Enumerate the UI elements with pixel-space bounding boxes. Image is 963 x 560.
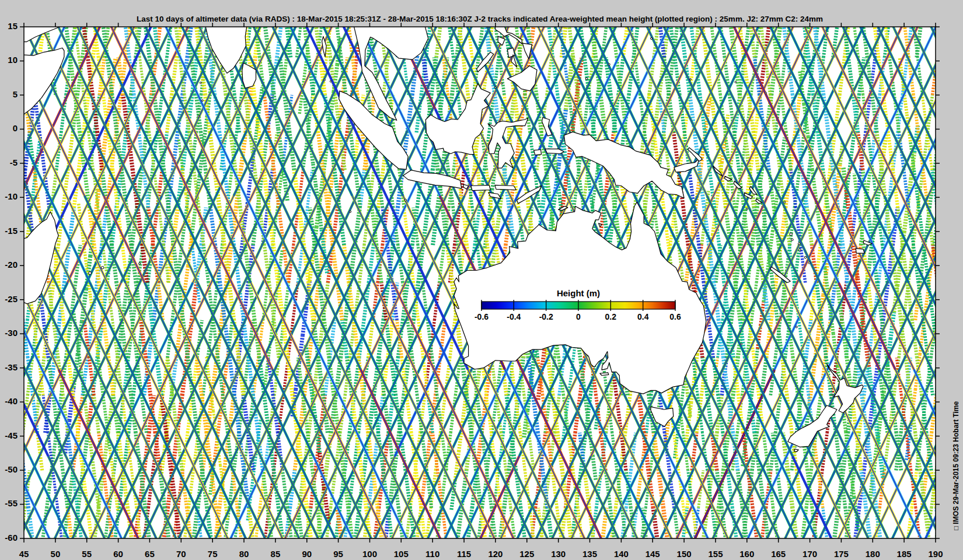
y-tick-label: -60: [5, 533, 18, 542]
y-tick-label: -35: [5, 362, 18, 372]
island-dot: [585, 78, 588, 80]
x-tick-label: 80: [239, 549, 249, 559]
x-tick-label: 45: [19, 549, 29, 559]
island-dot: [790, 233, 792, 235]
island-dot: [651, 37, 653, 39]
x-tick-label: 70: [176, 549, 186, 559]
colorbar-tick-label: 0.2: [605, 312, 617, 321]
colorbar-tick-label: 0.4: [637, 312, 649, 321]
island-dot: [198, 116, 200, 117]
island-dot: [404, 199, 406, 201]
x-tick-label: 160: [739, 549, 754, 559]
x-tick-label: 105: [394, 549, 409, 559]
x-tick-label: 175: [834, 549, 849, 559]
colorbar-title: Height (m): [557, 288, 600, 298]
y-tick-label: -25: [5, 294, 18, 304]
coastline-flores: [495, 185, 517, 190]
island-dot: [89, 272, 92, 275]
x-tick-label: 95: [333, 549, 343, 559]
colorbar-tick-label: -0.6: [474, 312, 489, 321]
island-dot: [804, 256, 807, 258]
colorbar-tick-label: -0.4: [507, 312, 521, 321]
colorbar-tick-label: -0.2: [539, 312, 553, 321]
island-dot: [765, 92, 767, 94]
y-tick-label: -40: [5, 396, 18, 406]
island-dot: [330, 80, 332, 82]
x-tick-label: 185: [897, 549, 912, 559]
island-dot: [690, 79, 692, 80]
island-dot: [791, 239, 794, 241]
x-tick-label: 140: [614, 549, 629, 559]
x-tick-label: 60: [113, 549, 123, 559]
colorbar-tick-label: 0: [576, 312, 581, 321]
y-tick-label: -20: [5, 260, 18, 270]
y-tick-label: 0: [13, 123, 18, 133]
y-tick-label: -50: [5, 464, 18, 474]
x-tick-label: 180: [866, 549, 880, 559]
colorbar-tick-label: 0.6: [669, 312, 681, 321]
x-tick-label: 110: [425, 549, 439, 559]
y-tick-label: -5: [10, 158, 18, 167]
x-tick-label: 65: [145, 549, 155, 559]
island-dot: [741, 343, 742, 345]
x-tick-label: 90: [302, 549, 312, 559]
coastline-buru: [534, 150, 542, 155]
x-tick-label: 115: [457, 549, 471, 559]
island-dot: [501, 83, 503, 85]
y-tick-label: -15: [5, 226, 18, 236]
x-tick-label: 150: [677, 549, 692, 559]
island-dot: [735, 81, 737, 83]
island-dot: [784, 201, 786, 203]
x-tick-label: 155: [708, 549, 723, 559]
x-tick-label: 170: [802, 549, 817, 559]
island-dot: [799, 249, 801, 251]
y-tick-label: -45: [5, 430, 18, 440]
island-dot: [324, 79, 326, 81]
x-tick-label: 145: [646, 549, 660, 559]
x-tick-label: 125: [519, 549, 534, 559]
x-tick-label: 165: [771, 549, 786, 559]
y-tick-label: -30: [5, 328, 18, 338]
plot-title: Last 10 days of altimeter data (via RADS…: [137, 15, 823, 23]
coastline-kangaroo: [600, 373, 609, 376]
island-dot: [746, 208, 748, 210]
coastline-vitilevu: [856, 249, 864, 253]
x-tick-label: 130: [551, 549, 566, 559]
x-tick-label: 100: [362, 549, 377, 559]
x-tick-label: 135: [582, 549, 597, 559]
y-tick-label: 10: [8, 55, 18, 65]
island-dot: [795, 326, 797, 328]
altimeter-map: 4550556065707580859095100105110115120125…: [0, 0, 963, 560]
timestamp-note: □ IMOS 29-Mar-2015 09:23 Hobart Time: [952, 401, 960, 530]
y-tick-label: 15: [8, 21, 18, 31]
x-tick-label: 85: [271, 549, 281, 559]
island-dot: [350, 211, 351, 212]
island-dot: [495, 87, 497, 89]
y-tick-label: -55: [5, 498, 18, 508]
x-tick-label: 75: [208, 549, 218, 559]
island-dot: [609, 64, 610, 65]
x-tick-label: 120: [488, 549, 503, 559]
island-dot: [102, 267, 104, 269]
x-tick-label: 55: [82, 549, 92, 559]
coastline-sumbawa: [471, 185, 490, 190]
island-dot: [139, 262, 141, 264]
island-dot: [798, 243, 800, 245]
y-tick-label: 5: [13, 89, 18, 99]
island-dot: [200, 82, 201, 84]
y-tick-label: -10: [5, 191, 18, 201]
altimeter-figure: 4550556065707580859095100105110115120125…: [0, 0, 963, 560]
x-tick-label: 190: [928, 549, 943, 559]
x-tick-label: 50: [51, 549, 61, 559]
island-dot: [202, 100, 204, 102]
island-dot: [808, 262, 810, 264]
